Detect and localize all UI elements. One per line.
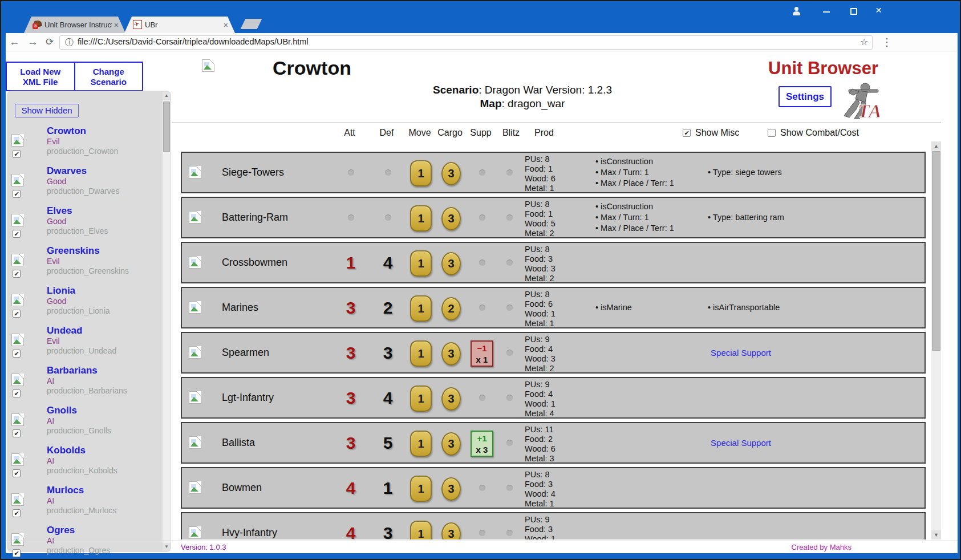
tab-title: Unit Browser Instructions: [44, 21, 112, 29]
player-visible-checkbox[interactable]: ✔: [13, 190, 21, 198]
unit-misc-primary: isConstructionMax / Turn: 1Max / Place /…: [595, 153, 707, 192]
unit-att: 4: [334, 513, 368, 539]
player-visible-checkbox[interactable]: ✔: [13, 230, 21, 238]
show-combat-checkbox[interactable]: [768, 129, 776, 137]
forward-icon[interactable]: →: [27, 36, 38, 48]
scroll-down-icon[interactable]: ▼: [931, 530, 941, 539]
sidebar-player[interactable]: ✔ Barbarians AI production_Barbarians: [11, 364, 153, 404]
page-title: Crowton: [226, 57, 398, 79]
broken-image-icon: [189, 301, 201, 314]
show-hidden-button[interactable]: Show Hidden: [15, 104, 79, 117]
show-misc-label: Show Misc: [695, 128, 739, 138]
window-close-icon[interactable]: ×: [875, 4, 882, 17]
scroll-up-icon[interactable]: ▲: [163, 92, 171, 100]
tab-unit-browser-instructions[interactable]: 3 Unit Browser Instructions ×: [24, 17, 125, 33]
player-visible-checkbox[interactable]: ✔: [13, 389, 21, 397]
profile-icon[interactable]: [792, 6, 801, 15]
reload-icon[interactable]: ⟳: [46, 36, 54, 48]
player-visible-checkbox[interactable]: ✔: [13, 350, 21, 358]
tab-ubr[interactable]: ✈ UBr ×: [124, 17, 235, 33]
player-visible-checkbox[interactable]: ✔: [13, 270, 21, 278]
sidebar-player[interactable]: ✔ Crowton Evil production_Crowton: [11, 125, 153, 165]
player-production: production_Elves: [47, 226, 153, 236]
unit-blitz: [492, 423, 526, 462]
broken-image-icon: [11, 214, 24, 226]
load-new-xml-button[interactable]: Load New XML File: [7, 63, 74, 90]
unit-att: [334, 153, 368, 192]
player-name[interactable]: Kobolds: [47, 444, 153, 456]
unit-blitz: [492, 243, 526, 282]
svg-text:TA: TA: [858, 100, 879, 120]
player-visible-checkbox[interactable]: ✔: [13, 549, 21, 557]
player-name[interactable]: Greenskins: [47, 245, 153, 257]
unit-cargo-badge: 3: [441, 477, 461, 501]
sidebar-player[interactable]: ✔ Elves Good production_Elves: [11, 205, 153, 245]
footer-divider: [6, 541, 958, 541]
change-scenario-button[interactable]: Change Scenario: [74, 63, 143, 90]
url-text[interactable]: file:///C:/Users/David-Corsair/triplea/d…: [78, 37, 309, 46]
player-visible-checkbox[interactable]: ✔: [13, 469, 21, 477]
unit-move-badge: 1: [410, 250, 432, 277]
sidebar-player[interactable]: ✔ Dwarves Good production_Dwarves: [11, 165, 153, 205]
unit-prod: PUs: 9Food: 4Wood: 3Metal: 2: [525, 335, 555, 374]
sidebar-player[interactable]: ✔ Murlocs AI production_Murlocs: [11, 484, 153, 524]
player-production: production_Lionia: [47, 306, 153, 316]
unit-misc-secondary: [708, 513, 799, 539]
settings-button[interactable]: Settings: [778, 86, 832, 107]
sidebar-player[interactable]: ✔ Greenskins Evil production_Greenskins: [11, 245, 153, 285]
broken-image-icon: [189, 211, 201, 224]
unit-cargo-badge: 3: [441, 432, 461, 456]
sidebar-player[interactable]: ✔ Gnolls AI production_Gnolls: [11, 404, 153, 444]
app-title: Unit Browser: [747, 58, 878, 79]
special-support-link[interactable]: Special Support: [655, 423, 826, 462]
back-icon[interactable]: ←: [9, 36, 20, 48]
sidebar-player[interactable]: ✔ Lionia Good production_Lionia: [11, 285, 153, 324]
unit-misc-primary: [595, 513, 707, 539]
player-name[interactable]: Undead: [47, 324, 153, 336]
broken-image-icon: [189, 391, 201, 404]
player-visible-checkbox[interactable]: ✔: [13, 310, 21, 318]
scrollbar-thumb[interactable]: [932, 151, 940, 351]
show-misc-checkbox[interactable]: ✔: [683, 129, 691, 137]
player-name[interactable]: Barbarians: [47, 364, 153, 376]
minimize-icon[interactable]: [823, 11, 830, 13]
table-scrollbar[interactable]: ▲ ▼: [931, 141, 941, 539]
unit-rows: Siege-Towers 1 3 PUs: 8Food: 1Wood: 6Met…: [181, 152, 926, 539]
tab-close-icon[interactable]: ×: [112, 21, 121, 30]
scroll-down-icon[interactable]: ▼: [163, 543, 171, 551]
player-production: production_Dwarves: [47, 186, 153, 196]
maximize-icon[interactable]: [850, 8, 857, 15]
player-name[interactable]: Lionia: [47, 285, 153, 297]
new-tab-button[interactable]: [241, 19, 262, 29]
unit-name: Battering-Ram: [222, 198, 288, 237]
unit-name: Lgt-Infantry: [222, 378, 274, 417]
bookmark-star-icon[interactable]: ☆: [860, 36, 868, 47]
broken-image-icon: [11, 493, 24, 506]
player-visible-checkbox[interactable]: ✔: [13, 429, 21, 437]
unit-move-badge: 1: [410, 431, 432, 457]
player-visible-checkbox[interactable]: ✔: [13, 150, 21, 158]
player-name[interactable]: Ogres: [47, 524, 153, 536]
browser-menu-icon[interactable]: ⋮: [882, 36, 892, 48]
col-header-att: Att: [330, 128, 370, 138]
unit-move-badge: 1: [410, 205, 432, 232]
player-name[interactable]: Murlocs: [47, 484, 153, 496]
scroll-up-icon[interactable]: ▲: [931, 141, 941, 151]
player-name[interactable]: Dwarves: [47, 165, 153, 177]
sidebar-scrollbar[interactable]: ▲ ▼: [163, 92, 171, 551]
page-info-icon[interactable]: ⓘ: [65, 37, 74, 48]
unit-prod: PUs: 9Food: 3Wood: 1: [525, 515, 555, 539]
sidebar-player[interactable]: ✔ Ogres AI production_Ogres: [11, 524, 153, 560]
unit-row: Marines 3 2 1 2 PUs: 8Food: 6Wood: 1Meta…: [181, 287, 926, 328]
player-production: production_Crowton: [47, 147, 153, 156]
sidebar-player[interactable]: ✔ Undead Evil production_Undead: [11, 324, 153, 364]
player-visible-checkbox[interactable]: ✔: [13, 509, 21, 517]
special-support-link[interactable]: Special Support: [655, 333, 826, 372]
player-name[interactable]: Crowton: [47, 125, 153, 137]
player-name[interactable]: Elves: [47, 205, 153, 217]
player-name[interactable]: Gnolls: [47, 404, 153, 416]
unit-cargo-badge: 3: [441, 342, 461, 366]
sidebar-player[interactable]: ✔ Kobolds AI production_Kobolds: [11, 444, 153, 484]
scrollbar-thumb[interactable]: [163, 102, 170, 152]
tab-close-icon[interactable]: ×: [221, 21, 230, 30]
